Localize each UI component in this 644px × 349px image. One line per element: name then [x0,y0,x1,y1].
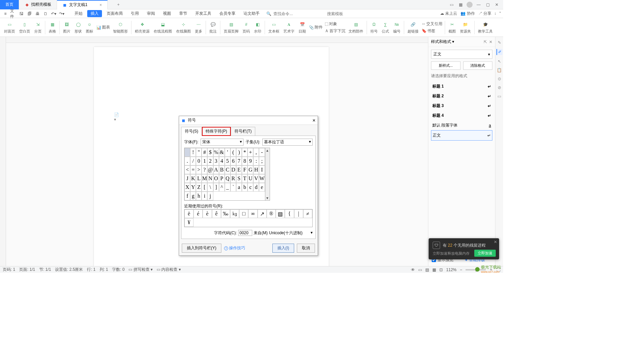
char-cell[interactable]: R [230,174,236,183]
new-style-button[interactable]: 新样式... [431,61,461,70]
rbtn-shape[interactable]: ◯形状 [72,20,84,35]
char-cell[interactable]: S [236,174,242,183]
saveas-icon[interactable]: 🗐 [26,10,33,17]
char-cell[interactable]: H [253,165,259,174]
toast-close-icon[interactable]: ✕ [494,240,497,244]
rbtn-object[interactable]: ⬚ 对象 [324,21,346,27]
rbtn-mindmap[interactable]: ⊹在线脑图 [174,20,193,35]
avatar-icon[interactable] [467,2,473,8]
char-cell[interactable]: I [259,165,265,174]
rail-select-icon[interactable]: ↖ [498,59,501,64]
char-cell[interactable]: " [196,148,202,157]
char-cell[interactable]: 2 [207,157,213,165]
char-cell[interactable]: d [253,183,259,192]
status-pages[interactable]: 页面: 1/1 [19,267,35,272]
rbtn-cover[interactable]: ▭封面页 [2,20,17,35]
rbtn-hyperlink[interactable]: 🔗超链接 [406,20,421,35]
char-cell[interactable]: 3 [213,157,219,165]
rbtn-flowchart[interactable]: ⬓在线流程图 [152,20,174,35]
recent-char-cell[interactable]: ▧ [276,209,285,218]
char-cell[interactable]: ? [202,165,207,174]
menu-review[interactable]: 审阅 [144,10,158,17]
clear-format-button[interactable]: 清除格式 [463,61,493,70]
tab-document[interactable]: ◼ 文字文稿1 × [57,0,108,9]
rbtn-firstchar[interactable]: Ａ 首字下沉 [324,28,346,34]
char-cell[interactable]: # [202,148,207,157]
view-mode3-icon[interactable]: ▦ [432,267,436,272]
panel-close-icon[interactable]: ✕ [489,40,492,44]
status-pos[interactable]: 设置值: 2.5厘米 [55,267,83,272]
rbtn-crossref[interactable]: ↔ 交叉引用 [421,21,443,27]
char-cell[interactable]: W [259,174,265,183]
template-search-input[interactable] [327,11,377,16]
recent-char-cell[interactable]: ‰ [221,209,230,218]
char-cell[interactable]: ) [236,148,242,157]
char-cell[interactable]: ` [230,183,236,192]
char-cell[interactable]: % [213,148,219,157]
tips-link[interactable]: ?操作技巧 [224,245,245,251]
tab-template[interactable]: ◆ 找稻壳模板 [19,0,57,9]
recent-char-cell[interactable]: ¥ [184,218,194,227]
grid-scrollbar[interactable]: ▴▾ [265,148,270,201]
char-cell[interactable]: f [184,192,190,200]
rbtn-docer[interactable]: ❖稻壳资源 [133,20,152,35]
char-cell[interactable]: g [190,192,196,200]
rbtn-more[interactable]: ⋯更多 [193,20,204,35]
dialog-close-icon[interactable]: ✕ [312,118,316,123]
collapse-ribbon-icon[interactable]: ∶ [495,11,496,16]
print-icon[interactable]: 🖶 [34,10,41,17]
char-cell[interactable]: P [219,174,225,183]
style-heading3[interactable]: 标题 3↵ [431,101,492,111]
recent-char-cell[interactable]: ê [212,209,221,218]
char-cell[interactable]: > [196,165,202,174]
char-cell[interactable]: j [207,192,213,200]
rail-book-icon[interactable]: ▭ [497,94,501,99]
dialog-titlebar[interactable]: ◼ 符号 ✕ [179,116,318,125]
char-cell[interactable]: ^ [219,183,225,192]
status-content[interactable]: ▭ 内容检查 ▾ [157,267,181,272]
style-heading1[interactable]: 标题 1↵ [431,82,492,91]
recent-char-cell[interactable]: ㎏ [230,209,239,218]
current-style-select[interactable]: 正文▾ [431,50,492,59]
rbtn-teach[interactable]: 🎓教学工具 [476,20,495,35]
insert-to-bar-button[interactable]: 插入到符号栏(Y) [182,244,221,253]
rbtn-headerfooter[interactable]: ▤页眉页脚 [222,20,240,35]
rbtn-equation[interactable]: ∑公式 [380,20,391,35]
redo-icon[interactable]: ↷▾ [58,10,65,17]
new-tab-button[interactable]: ＋ [108,0,129,9]
status-chars[interactable]: 字数: 0 [112,267,124,272]
style-default-font[interactable]: 默认 段落字体a [431,120,492,130]
rbtn-symbol[interactable]: Ω符号 [368,20,380,35]
char-cell[interactable]: $ [207,148,213,157]
view-eye-icon[interactable]: 👁 [411,267,415,272]
char-cell[interactable]: V [253,174,259,183]
menu-ref[interactable]: 引用 [127,10,142,17]
char-cell[interactable]: Q [225,174,230,183]
rail-nav-icon[interactable]: ⊙ [498,77,501,81]
menu-paper[interactable]: 论文助手 [240,10,263,17]
style-normal[interactable]: 正文↵ [431,130,492,141]
command-search-input[interactable] [273,11,324,16]
maximize-icon[interactable]: ▢ [485,2,491,7]
char-cell[interactable]: \ [207,183,213,192]
rbtn-blank[interactable]: ▯空白页 [17,20,32,35]
char-cell[interactable]: ' [225,148,230,157]
chevron-down-icon[interactable]: ˅ [499,11,501,16]
char-cell[interactable]: C [225,165,230,174]
char-cell[interactable]: M [202,174,207,183]
char-cell[interactable]: 1 [202,157,207,165]
char-cell[interactable]: O [213,174,219,183]
zoom-value[interactable]: 112% [446,267,457,272]
char-cell[interactable]: D [230,165,236,174]
rbtn-attach[interactable]: 📎 附件 [308,24,324,31]
rbtn-table[interactable]: ▦表格 [47,20,58,35]
zoom-fit-icon[interactable]: ⊡ [439,267,443,272]
recent-char-cell[interactable]: ë [184,209,194,218]
menu-icon[interactable]: ≡ [2,10,9,17]
rail-clipboard-icon[interactable]: 📋 [497,68,502,72]
char-cell[interactable]: e [259,183,265,192]
rbtn-textbox[interactable]: ▭文本框 [266,20,281,35]
char-cell[interactable]: L [196,174,202,183]
rbtn-pagebreak[interactable]: ⇲分页 [32,20,44,35]
char-cell[interactable]: A [213,165,219,174]
